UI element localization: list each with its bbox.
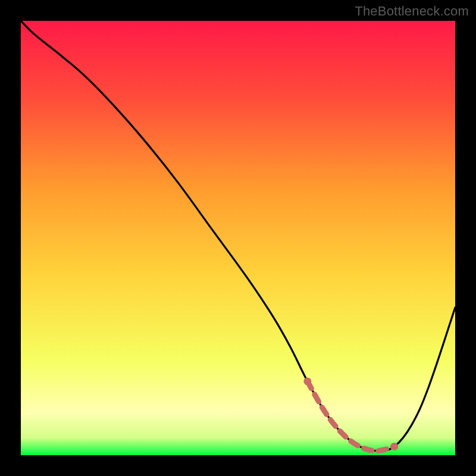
- chart-svg: [21, 21, 455, 455]
- chart-container: TheBottleneck.com: [0, 0, 476, 476]
- watermark-text: TheBottleneck.com: [355, 4, 469, 19]
- highlight-start-dot: [303, 377, 311, 385]
- gradient-background: [21, 21, 455, 455]
- highlight-end-dot: [390, 443, 398, 450]
- plot-area: [21, 21, 455, 455]
